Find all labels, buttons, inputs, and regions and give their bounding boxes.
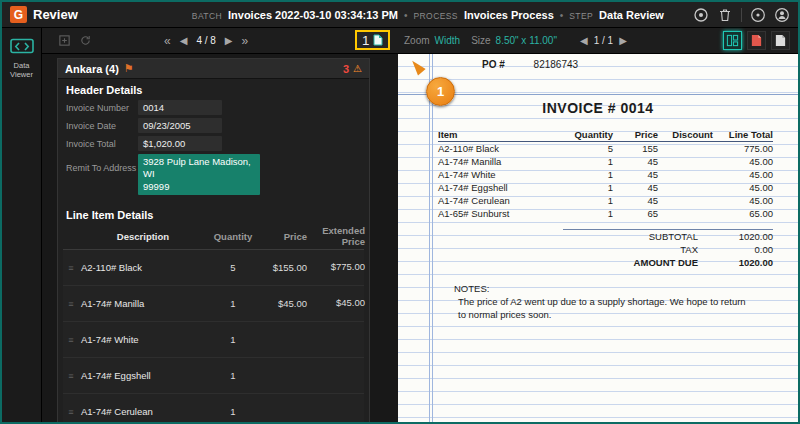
data-panel: Ankara (4) ⚑ 3 ⚠ Header Details Invoice … [57, 58, 370, 422]
line-item-price[interactable]: $45.00 [259, 298, 311, 309]
toolbar-disabled-actions [58, 28, 92, 53]
invoice-discount [658, 168, 713, 181]
record-target-icon[interactable] [693, 7, 709, 23]
first-document-button[interactable]: « [164, 34, 171, 48]
subtotal-value: 1020.00 [698, 230, 773, 243]
help-icon[interactable] [750, 7, 766, 23]
line-item-quantity[interactable]: 1 [207, 334, 259, 345]
row-grip-icon[interactable]: ≡ [63, 263, 79, 273]
line-item-details-title: Line Item Details [58, 204, 369, 224]
amount-due-label: AMOUNT DUE [438, 256, 698, 269]
row-grip-icon[interactable]: ≡ [63, 299, 79, 309]
table-row[interactable]: ≡ A1-74# White 1 [63, 322, 364, 358]
page-title: Review [33, 7, 78, 22]
invoice-line-total: 45.00 [713, 181, 773, 194]
row-grip-icon[interactable]: ≡ [63, 371, 79, 381]
zoom-value-dropdown[interactable]: Width [435, 35, 461, 46]
table-row[interactable]: ≡ A2-110# Black 5 $155.00 $775.00 [63, 250, 364, 286]
row-grip-icon[interactable]: ≡ [63, 407, 79, 417]
add-icon[interactable] [58, 34, 71, 47]
batch-label: BATCH [192, 11, 222, 21]
description-column-header: Description [79, 231, 207, 242]
pdf-export-icon[interactable] [747, 31, 766, 50]
document-page[interactable]: PO # 82186743 INVOICE # 0014 Item Quanti… [398, 54, 798, 422]
field-row: Invoice Date 09/23/2005 [66, 118, 361, 133]
invoice-quantity: 1 [558, 207, 613, 220]
error-indicator: 3 ⚠ [343, 63, 362, 75]
subtotal-label: SUBTOTAL [438, 230, 698, 243]
invoice-notes: NOTES: The price of A2 went up due to a … [454, 282, 746, 321]
app-window: G Review BATCH Invoices 2022-03-10 03:34… [0, 0, 800, 424]
invoice-price: 65 [613, 207, 658, 220]
invoice-item: A1-74# Manilla [438, 155, 558, 168]
remit-address-line1: 3928 Pulp Lane Madison, WI [143, 156, 251, 179]
line-item-price[interactable]: $155.00 [259, 262, 311, 273]
document-viewer: PO # 82186743 INVOICE # 0014 Item Quanti… [398, 54, 798, 422]
invoice-table: Item Quantity Price Discount Line Total … [438, 128, 773, 220]
process-label: PROCESS [414, 11, 458, 21]
breadcrumb-separator: • [404, 10, 408, 21]
tax-value: 0.00 [698, 243, 773, 256]
next-page-button[interactable]: ▶ [619, 35, 627, 46]
item-column-header: Item [438, 128, 558, 141]
invoice-row: A1-74# Manilla 1 45 45.00 [438, 155, 773, 168]
extended-price-column-header: Extended Price [311, 226, 371, 248]
previous-document-button[interactable]: ◀ [180, 35, 188, 46]
refresh-icon[interactable] [79, 34, 92, 47]
invoice-row: A2-110# Black 5 155 775.00 [438, 142, 773, 155]
invoice-line-total: 775.00 [713, 142, 773, 155]
page-pager: ◀ 1 / 1 ▶ [580, 28, 627, 53]
invoice-date-field[interactable]: 09/23/2005 [138, 118, 222, 133]
line-item-quantity[interactable]: 1 [207, 298, 259, 309]
table-row[interactable]: ≡ A1-74# Manilla 1 $45.00 $45.00 [63, 286, 364, 322]
invoice-number-field[interactable]: 0014 [138, 100, 222, 115]
page-position: 1 / 1 [594, 35, 613, 46]
line-item-description[interactable]: A1-74# White [79, 334, 207, 345]
invoice-totals: SUBTOTAL 1020.00 TAX 0.00 AMOUNT DUE 102… [438, 229, 773, 269]
invoice-discount [658, 142, 713, 155]
po-label: PO # [482, 59, 505, 70]
line-item-description[interactable]: A1-74# Manilla [79, 298, 207, 309]
viewer-actions [723, 28, 790, 53]
notes-line: The price of A2 went up due to a supply … [458, 295, 746, 308]
invoice-title: INVOICE # 0014 [398, 100, 798, 116]
data-viewer-icon[interactable] [10, 37, 34, 57]
step-value: Data Review [599, 9, 664, 21]
po-value: 82186743 [534, 59, 579, 70]
invoice-item: A1-74# Eggshell [438, 181, 558, 194]
document-card-header[interactable]: Ankara (4) ⚑ 3 ⚠ [58, 59, 369, 79]
row-grip-icon[interactable]: ≡ [63, 335, 79, 345]
quantity-column-header: Quantity [207, 231, 259, 242]
remit-address-field[interactable]: 3928 Pulp Lane Madison, WI 99999 [138, 154, 260, 195]
page-thumbnail-toggle[interactable]: 1 [355, 30, 390, 50]
size-label: Size [471, 35, 490, 46]
line-item-quantity[interactable]: 1 [207, 370, 259, 381]
line-item-description[interactable]: A1-74# Cerulean [79, 406, 207, 417]
step-label: STEP [569, 11, 593, 21]
document-page-icon[interactable] [771, 31, 790, 50]
sidebar-item-data-viewer[interactable]: Data Viewer [5, 61, 39, 80]
table-row[interactable]: ≡ A1-74# Cerulean 1 [63, 394, 364, 424]
line-item-quantity[interactable]: 1 [207, 406, 259, 417]
header-actions [693, 7, 790, 23]
flag-icon[interactable]: ⚑ [124, 63, 134, 74]
user-icon[interactable] [774, 7, 790, 23]
invoice-row: A1-74# Cerulean 1 45 45.00 [438, 194, 773, 207]
invoice-total-field[interactable]: $1,020.00 [138, 136, 222, 151]
line-item-extended[interactable]: $45.00 [311, 298, 371, 309]
line-item-quantity[interactable]: 5 [207, 262, 259, 273]
line-item-description[interactable]: A2-110# Black [79, 262, 207, 273]
invoice-discount [658, 207, 713, 220]
line-item-extended[interactable]: $775.00 [311, 262, 371, 273]
line-item-description[interactable]: A1-74# Eggshell [79, 370, 207, 381]
invoice-price: 45 [613, 181, 658, 194]
layout-panels-button[interactable] [723, 31, 742, 50]
next-document-button[interactable]: ▶ [225, 35, 233, 46]
discount-column-header: Discount [658, 128, 713, 141]
table-row[interactable]: ≡ A1-74# Eggshell 1 [63, 358, 364, 394]
previous-page-button[interactable]: ◀ [580, 35, 588, 46]
invoice-row: A1-74# White 1 45 45.00 [438, 168, 773, 181]
trash-icon[interactable] [717, 7, 733, 23]
last-document-button[interactable]: » [242, 34, 249, 48]
size-value[interactable]: 8.50" x 11.00" [496, 35, 557, 46]
